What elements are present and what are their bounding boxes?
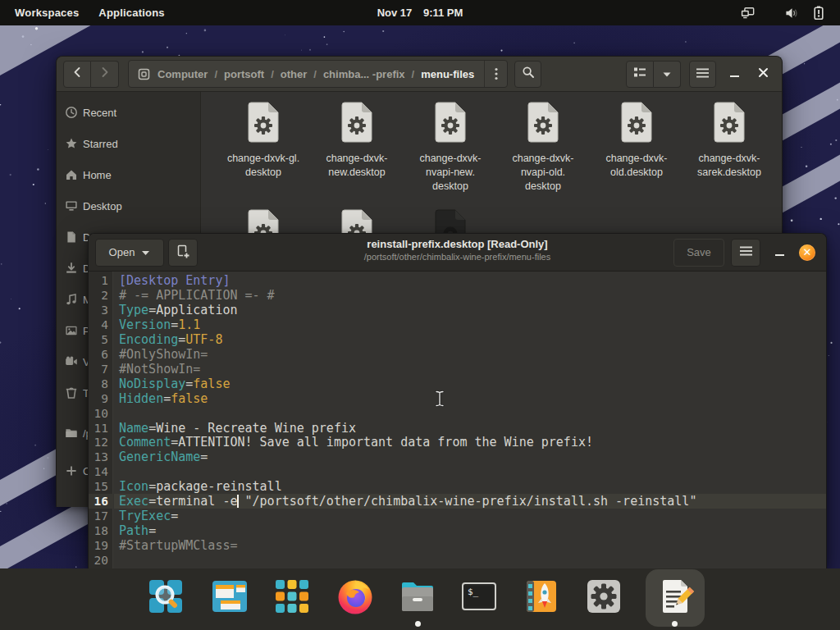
token-com: #StartupWMClass= [119,538,238,553]
token-eq: = [148,303,156,317]
file-manager-headerbar: Computer/portsoft/other/chimba... -prefi… [57,57,782,92]
location-menu-button[interactable] [484,61,507,87]
dock-item-terminal[interactable]: $_ [459,577,499,616]
dock-item-window-manager[interactable] [210,577,249,616]
token-eq: = [148,421,156,436]
line-number: 16 [94,494,108,509]
file-name: change-dxvk-new.desktop [311,152,403,180]
token-eq: = [148,494,156,509]
text-editor-window: Open reinstall-prefix.desktop [Read-Only… [88,233,827,568]
line-number: 18 [94,523,108,538]
search-button[interactable] [514,61,541,88]
editor-text-area[interactable]: 1234567891011121314151617181920 [Desktop… [89,272,826,568]
computer-icon [137,67,151,81]
settings-icon [584,605,623,619]
minimize-icon [775,244,785,260]
desktop-file-icon [431,101,470,144]
editor-menu-button[interactable] [731,239,760,267]
code-line-7: #NotShowIn= [114,362,826,377]
trash-icon [65,386,78,399]
file-item-change-dxvk-old.desktop[interactable]: change-dxvk-old.desktop [591,101,682,180]
breadcrumb-item[interactable]: other [274,68,314,80]
line-number: 14 [94,464,108,479]
token-val: "/portsoft/other/chimbalix-wine-prefix/i… [238,494,697,509]
code-line-9: Hidden=false [114,391,826,406]
file-item-change-dxvk-nvapi-new.desktop[interactable]: change-dxvk-nvapi-new.desktop [404,101,496,194]
close-icon: ✕ [799,244,815,261]
breadcrumb-item[interactable]: menu-files [414,68,481,80]
search-icon [522,66,535,82]
new-document-button[interactable] [168,239,198,267]
dock-item-software-tool[interactable] [522,577,561,616]
save-button[interactable]: Save [673,239,724,267]
open-button[interactable]: Open [95,239,164,267]
code-lines: [Desktop Entry]# -= APPLICATION =- #Type… [114,272,826,568]
line-number: 2 [101,288,108,303]
terminal-icon: $_ [459,605,499,619]
editor-close-button[interactable]: ✕ [793,239,821,267]
sidebar-item-home[interactable]: Home [57,160,201,189]
line-number: 1 [101,273,108,288]
hamburger-menu-button[interactable] [689,61,716,88]
dock-item-text-editor[interactable] [655,577,695,616]
code-line-3: Type=Application [114,303,826,317]
sidebar-item-recent[interactable]: Recent [57,98,201,127]
dock-item-search-tool[interactable] [147,577,186,616]
icon-view-button[interactable] [626,61,654,88]
back-button[interactable] [63,61,91,88]
line-number: 9 [101,391,108,406]
line-number: 11 [94,421,108,436]
editor-subtitle: /portsoft/other/chimbalix-wine-prefix/me… [253,252,663,262]
file-name: change-dxvk-sarek.desktop [683,152,775,180]
breadcrumb-item[interactable]: portsoft [217,68,271,80]
token-val: ATTENTION! Save all important data from … [178,435,593,450]
token-com: # -= APPLICATION =- # [119,288,275,303]
forward-button[interactable] [91,61,119,88]
sidebar-item-desktop[interactable]: Desktop [57,191,201,221]
sidebar-item-starred[interactable]: Starred [57,129,201,158]
text-caret [237,495,239,508]
sidebar-item-label: Home [83,169,112,181]
save-button-label: Save [687,246,711,258]
breadcrumb-item[interactable]: chimba... -prefix [317,68,412,80]
dock-item-applications[interactable] [272,577,312,616]
token-key: Version [119,317,171,332]
token-val: Application [156,303,237,317]
clock[interactable]: Nov 17 9:11 PM [0,7,840,19]
file-name: change-dxvk-nvapi-old.desktop [497,152,589,194]
line-number: 20 [94,553,108,568]
file-item-change-dxvk-nvapi-old.desktop[interactable]: change-dxvk-nvapi-old.desktop [497,101,589,194]
breadcrumb-item[interactable]: Computer [151,68,214,80]
file-item-change-dxvk-gl.desktop[interactable]: change-dxvk-gl.desktop [217,101,309,180]
close-button[interactable] [751,61,775,88]
line-number: 17 [94,509,108,523]
token-key: Path [119,523,148,538]
code-line-15: Icon=package-reinstall [114,479,826,494]
token-num: UTF-8 [185,332,222,347]
line-number: 5 [101,332,108,347]
minimize-button[interactable] [723,61,747,88]
token-eq: = [171,509,178,523]
downloads-icon [65,262,78,275]
token-val: terminal -e [156,494,237,509]
desktop-icon [65,199,78,212]
line-number: 3 [101,303,108,317]
breadcrumb: Computer/portsoft/other/chimba... -prefi… [128,60,508,88]
editor-minimize-button[interactable] [769,239,792,267]
dock-item-file-manager[interactable] [398,577,437,616]
documents-icon [65,231,78,244]
dock-item-settings[interactable] [584,577,623,616]
file-name: change-dxvk-nvapi-new.desktop [404,152,496,194]
token-com: #OnlyShowIn= [119,347,208,362]
token-key: Icon [119,479,148,494]
pictures-icon [65,324,78,337]
folder-icon [65,427,78,440]
dock-item-firefox[interactable] [336,577,375,616]
line-number: 8 [101,377,108,391]
app-grid-icon [272,605,312,619]
view-options-dropdown[interactable] [654,61,681,88]
file-item-change-dxvk-sarek.desktop[interactable]: change-dxvk-sarek.desktop [683,101,775,180]
file-item-change-dxvk-new.desktop[interactable]: change-dxvk-new.desktop [311,101,403,180]
desktop-file-icon [617,101,656,144]
code-line-17: TryExec= [114,509,826,523]
